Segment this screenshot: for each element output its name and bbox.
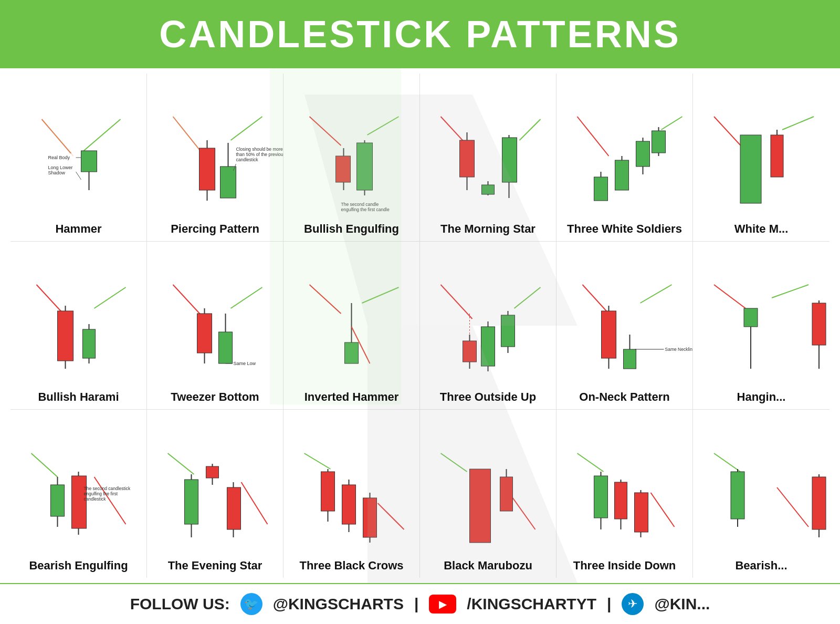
svg-line-111 xyxy=(378,503,404,529)
svg-line-88 xyxy=(772,285,808,298)
svg-line-80 xyxy=(640,285,672,303)
svg-line-66 xyxy=(362,287,399,303)
candle-area-three-inside-down xyxy=(556,410,692,556)
svg-text:The second candlestick: The second candlestick xyxy=(84,486,131,491)
svg-text:The second candle: The second candle xyxy=(341,202,379,207)
svg-rect-84 xyxy=(624,349,636,369)
svg-rect-50 xyxy=(771,135,783,177)
svg-line-103 xyxy=(242,482,268,524)
pattern-label-bullish-harami: Bullish Harami xyxy=(38,390,119,404)
svg-text:than 50% of the previous: than 50% of the previous xyxy=(236,152,284,157)
svg-line-11 xyxy=(231,117,262,140)
svg-rect-54 xyxy=(58,311,74,361)
svg-text:candlestick: candlestick xyxy=(236,157,259,162)
separator-1: | xyxy=(414,595,418,613)
svg-line-37 xyxy=(662,117,682,130)
pattern-label-bearish-engulfing: Bearish Engulfing xyxy=(29,559,128,573)
svg-rect-115 xyxy=(342,485,356,524)
candle-area-bearish-engulfing: The second candlestick engulfing the fir… xyxy=(10,410,146,556)
svg-text:Same Neckline: Same Neckline xyxy=(665,347,693,352)
svg-line-102 xyxy=(168,453,194,474)
svg-text:Real Body: Real Body xyxy=(48,155,70,160)
candle-svg-three-outside-up xyxy=(420,272,556,387)
candle-area-on-neck: Same Neckline xyxy=(556,242,692,387)
svg-text:candlestick: candlestick xyxy=(84,496,107,502)
pattern-cell-three-white-soldiers: Three White Soldiers xyxy=(556,74,693,242)
candle-area-tweezer-bottom: Same Low xyxy=(147,242,283,387)
candle-area-bearish-2 xyxy=(693,410,830,556)
svg-rect-117 xyxy=(363,498,377,537)
pattern-label-hammer: Hammer xyxy=(55,222,101,236)
candle-svg-evening-star xyxy=(147,440,283,556)
svg-rect-92 xyxy=(812,303,826,345)
svg-rect-113 xyxy=(321,472,335,511)
svg-rect-39 xyxy=(594,177,608,201)
svg-text:Shadow: Shadow xyxy=(48,170,66,175)
pattern-label-inverted-hammer: Inverted Hammer xyxy=(304,390,399,404)
svg-rect-128 xyxy=(615,482,627,519)
pattern-label-three-white-soldiers: Three White Soldiers xyxy=(567,222,682,236)
svg-rect-136 xyxy=(812,477,826,529)
pattern-label-on-neck: On-Neck Pattern xyxy=(579,390,669,404)
candle-area-hanging-man xyxy=(693,242,830,387)
svg-rect-109 xyxy=(227,487,241,529)
candle-area-bullish-engulfing: The second candle engulfing the first ca… xyxy=(284,74,419,219)
candle-area-bullish-harami xyxy=(10,242,146,387)
svg-line-9 xyxy=(76,172,81,180)
svg-rect-23 xyxy=(336,156,351,182)
page-title: CANDLESTICK PATTERNS xyxy=(159,13,680,56)
candle-svg-tweezer-bottom: Same Low xyxy=(147,272,283,387)
youtube-handle: /KINGSCHARTYT xyxy=(467,595,596,613)
svg-line-71 xyxy=(514,287,541,308)
candle-area-piercing: Closing should be more than 50% of the p… xyxy=(147,74,283,219)
candle-area-three-outside-up xyxy=(420,242,556,387)
svg-rect-41 xyxy=(615,160,629,190)
svg-line-131 xyxy=(714,453,740,472)
telegram-icon: ✈ xyxy=(622,593,644,615)
candle-svg-bullish-engulfing: The second candle engulfing the first ca… xyxy=(284,103,419,219)
svg-rect-68 xyxy=(345,342,359,363)
svg-rect-134 xyxy=(731,472,744,519)
svg-line-124 xyxy=(651,493,675,527)
svg-rect-62 xyxy=(219,332,233,363)
svg-rect-45 xyxy=(652,131,666,153)
svg-line-110 xyxy=(304,453,331,469)
svg-line-36 xyxy=(578,117,609,156)
pattern-label-morning-star: The Morning Star xyxy=(440,222,536,236)
candle-svg-three-black-crows xyxy=(284,440,419,556)
candle-area-hammer: Real Body Long Lower Shadow xyxy=(10,74,146,219)
follow-us-text: FOLLOW US: xyxy=(130,595,230,613)
svg-rect-15 xyxy=(220,167,236,198)
svg-rect-107 xyxy=(206,466,219,478)
svg-rect-96 xyxy=(51,485,65,516)
svg-rect-3 xyxy=(81,151,97,172)
page-header: CANDLESTICK PATTERNS xyxy=(0,0,840,68)
candle-area-inverted-hammer xyxy=(284,242,419,387)
svg-line-93 xyxy=(32,453,58,477)
svg-line-0 xyxy=(42,119,74,156)
separator-2: | xyxy=(607,595,611,613)
candle-area-three-black-crows xyxy=(284,410,419,556)
svg-rect-56 xyxy=(83,329,96,358)
pattern-cell-morning-star: The Morning Star xyxy=(420,74,556,242)
svg-text:Long Lower: Long Lower xyxy=(48,165,73,170)
pattern-cell-bearish-2: Bearish... xyxy=(693,410,830,578)
svg-line-58 xyxy=(231,287,262,308)
svg-rect-75 xyxy=(481,327,495,366)
svg-text:Closing should be more: Closing should be more xyxy=(236,147,284,152)
svg-line-132 xyxy=(777,487,808,527)
svg-text:engulfing the first candle: engulfing the first candle xyxy=(341,207,390,212)
pattern-label-black-marubozu: Black Marubozu xyxy=(444,559,532,573)
pattern-label-tweezer-bottom: Tweezer Bottom xyxy=(171,390,259,404)
candle-svg-bearish-2 xyxy=(693,440,830,556)
svg-line-20 xyxy=(310,117,341,145)
svg-line-1 xyxy=(84,119,121,151)
pattern-label-three-outside-up: Three Outside Up xyxy=(440,390,536,404)
svg-rect-98 xyxy=(72,476,87,528)
svg-line-123 xyxy=(578,453,604,472)
svg-line-65 xyxy=(310,285,341,314)
candle-svg-three-white-soldiers xyxy=(556,103,692,219)
pattern-label-bearish-2: Bearish... xyxy=(735,559,787,573)
svg-rect-120 xyxy=(470,469,491,543)
candle-svg-hanging-man xyxy=(693,272,830,387)
